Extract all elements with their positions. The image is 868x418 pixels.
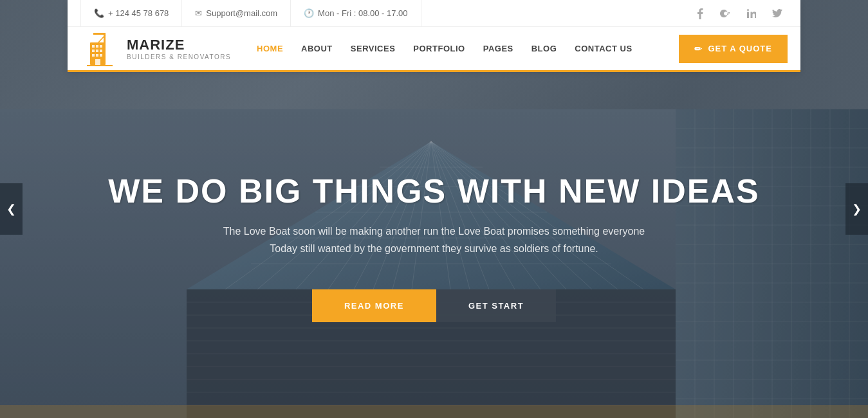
facebook-link[interactable] [690, 3, 710, 24]
right-arrow-icon: ❯ [852, 202, 862, 216]
google-plus-link[interactable] [716, 3, 736, 24]
svg-rect-66 [96, 50, 98, 52]
top-bar-info: 📞 + 124 45 78 678 ✉ Support@mail.com 🕐 M… [80, 0, 677, 27]
quote-label: GET A QUOTE [708, 44, 772, 53]
phone-icon: 📞 [94, 8, 104, 18]
svg-rect-63 [96, 45, 98, 48]
logo: MARIZE BUILDERS & RENOVATORS [80, 30, 231, 68]
svg-rect-73 [93, 33, 106, 35]
left-arrow-icon: ❮ [6, 202, 16, 216]
hours-text: Mon - Fri : 08.00 - 17.00 [318, 8, 407, 18]
svg-rect-64 [100, 45, 102, 48]
top-bar: 📞 + 124 45 78 678 ✉ Support@mail.com 🕐 M… [68, 0, 800, 27]
nav-pages[interactable]: PAGES [483, 44, 513, 53]
svg-rect-75 [87, 65, 113, 66]
hero-buttons: READ MORE GET START [312, 289, 556, 322]
get-start-button[interactable]: GET START [436, 289, 556, 322]
svg-rect-65 [92, 50, 95, 52]
linkedin-link[interactable] [741, 3, 762, 24]
nav-links: HOME ABOUT SERVICES PORTFOLIO PAGES BLOG… [257, 44, 679, 53]
email-address: Support@mail.com [206, 8, 277, 18]
email-info: ✉ Support@mail.com [182, 0, 291, 27]
nav-about[interactable]: ABOUT [301, 44, 333, 53]
clock-icon: 🕐 [304, 8, 314, 18]
nav-services[interactable]: SERVICES [351, 44, 396, 53]
svg-rect-71 [95, 59, 100, 65]
logo-text-area: MARIZE BUILDERS & RENOVATORS [127, 37, 231, 60]
read-more-button[interactable]: READ MORE [312, 289, 436, 322]
next-slide-button[interactable]: ❯ [845, 183, 868, 235]
hero-title: WE DO BIG THINGS WITH NEW IDEAS [108, 173, 759, 210]
nav-contact[interactable]: CONTACT US [575, 44, 632, 53]
nav-home[interactable]: HOME [257, 44, 283, 53]
prev-slide-button[interactable]: ❮ [0, 183, 23, 235]
svg-rect-62 [92, 45, 95, 48]
quote-icon: ✏ [694, 44, 703, 54]
twitter-link[interactable] [767, 3, 788, 24]
social-links [677, 3, 788, 24]
header: 📞 + 124 45 78 678 ✉ Support@mail.com 🕐 M… [68, 0, 800, 72]
hours-info: 🕐 Mon - Fri : 08.00 - 17.00 [291, 0, 421, 27]
hero-subtitle: The Love Boat soon will be making anothe… [216, 223, 653, 257]
svg-rect-67 [100, 50, 102, 52]
svg-rect-70 [100, 54, 102, 57]
svg-rect-69 [96, 54, 98, 57]
logo-company-name: MARIZE [127, 37, 231, 53]
nav-blog[interactable]: BLOG [531, 44, 557, 53]
svg-rect-68 [92, 54, 95, 57]
get-quote-button[interactable]: ✏ GET A QUOTE [679, 35, 788, 63]
logo-image [80, 30, 119, 68]
main-navigation: MARIZE BUILDERS & RENOVATORS HOME ABOUT … [68, 27, 800, 72]
email-icon: ✉ [195, 8, 202, 18]
logo-tagline: BUILDERS & RENOVATORS [127, 53, 231, 60]
nav-portfolio[interactable]: PORTFOLIO [413, 44, 465, 53]
phone-info: 📞 + 124 45 78 678 [80, 0, 182, 27]
phone-number: + 124 45 78 678 [108, 8, 169, 18]
